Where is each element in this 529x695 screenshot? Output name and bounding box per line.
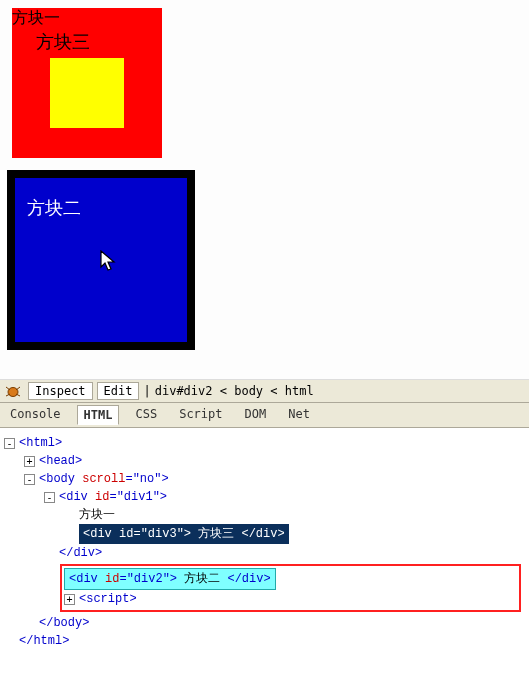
box-one[interactable]: 方块一 方块三 bbox=[12, 8, 162, 158]
equals: = bbox=[119, 572, 126, 586]
box-two-label: 方块二 bbox=[27, 198, 81, 218]
attr-div2-val: "div2" bbox=[127, 572, 170, 586]
attr-div3-val: "div3" bbox=[141, 527, 184, 541]
tag-html-end: </html> bbox=[19, 632, 69, 650]
inspect-button[interactable]: Inspect bbox=[28, 382, 93, 400]
tab-css[interactable]: CSS bbox=[129, 405, 163, 425]
tree-node-body-end[interactable]: </body> bbox=[4, 614, 527, 632]
tag-div2-close: </div> bbox=[227, 572, 270, 586]
tag-div2-open: <div bbox=[69, 572, 105, 586]
breadcrumb[interactable]: div#div2 < body < html bbox=[155, 384, 314, 398]
tag-head: <head> bbox=[39, 452, 82, 470]
attr-scroll-name: scroll bbox=[82, 472, 125, 486]
row-highlight-navy: <div id="div3"> 方块三 </div> bbox=[79, 524, 289, 544]
tab-net[interactable]: Net bbox=[282, 405, 316, 425]
tag-html-open: <html> bbox=[19, 434, 62, 452]
tag-close-bracket: > bbox=[160, 490, 167, 504]
tab-html[interactable]: HTML bbox=[77, 405, 120, 425]
tree-node-html[interactable]: - <html> bbox=[4, 434, 527, 452]
box-three-label: 方块三 bbox=[36, 30, 90, 54]
expander-icon[interactable]: - bbox=[44, 492, 55, 503]
tag-close-bracket: > bbox=[184, 527, 191, 541]
svg-point-0 bbox=[8, 388, 18, 397]
tree-node-div1-end[interactable]: </div> bbox=[4, 544, 527, 562]
tab-script[interactable]: Script bbox=[173, 405, 228, 425]
html-tree[interactable]: - <html> + <head> - <body scroll="no"> -… bbox=[0, 428, 529, 656]
equals: = bbox=[125, 472, 132, 486]
tree-node-html-end[interactable]: </html> bbox=[4, 632, 527, 650]
expander-icon[interactable]: + bbox=[64, 594, 75, 605]
tree-text-div1[interactable]: 方块一 bbox=[4, 506, 527, 524]
tag-body-end: </body> bbox=[39, 614, 89, 632]
attr-id-name: id bbox=[95, 490, 109, 504]
tree-node-div2[interactable]: <div id="div2"> 方块二 </div> bbox=[64, 568, 517, 590]
tree-node-body[interactable]: - <body scroll="no"> bbox=[4, 470, 527, 488]
equals: = bbox=[109, 490, 116, 504]
attr-div1-val: "div1" bbox=[117, 490, 160, 504]
expander-icon[interactable]: + bbox=[24, 456, 35, 467]
tree-node-div3[interactable]: <div id="div3"> 方块三 </div> bbox=[4, 524, 527, 544]
box-two[interactable]: 方块二 bbox=[7, 170, 195, 350]
toolbar-separator: | bbox=[143, 384, 150, 398]
attr-id-name: id bbox=[105, 572, 119, 586]
tag-close-bracket: > bbox=[170, 572, 177, 586]
tag-div1-end: </div> bbox=[59, 544, 102, 562]
edit-button[interactable]: Edit bbox=[97, 382, 140, 400]
tab-console[interactable]: Console bbox=[4, 405, 67, 425]
row-highlight-cyan: <div id="div2"> 方块二 </div> bbox=[64, 568, 276, 590]
selection-highlight: <div id="div2"> 方块二 </div> + <script> bbox=[60, 564, 521, 612]
tree-node-head[interactable]: + <head> bbox=[4, 452, 527, 470]
equals: = bbox=[133, 527, 140, 541]
tree-node-script[interactable]: + <script> bbox=[64, 590, 517, 608]
attr-id-name: id bbox=[119, 527, 133, 541]
tag-div3-open: <div bbox=[83, 527, 119, 541]
box-one-label: 方块一 bbox=[12, 9, 60, 26]
expander-icon[interactable]: - bbox=[24, 474, 35, 485]
tag-div1-open: <div bbox=[59, 490, 95, 504]
devtools-tabs: Console HTML CSS Script DOM Net bbox=[0, 403, 529, 428]
tree-node-div1[interactable]: - <div id="div1"> bbox=[4, 488, 527, 506]
devtools-toolbar: Inspect Edit | div#div2 < body < html bbox=[0, 380, 529, 403]
text-fangkuai3: 方块三 bbox=[191, 527, 241, 541]
text-fangkuai2: 方块二 bbox=[177, 572, 227, 586]
tag-div3-close: </div> bbox=[241, 527, 284, 541]
devtools-panel: Inspect Edit | div#div2 < body < html Co… bbox=[0, 380, 529, 656]
page-preview: 方块一 方块三 方块二 bbox=[0, 0, 529, 380]
expander-icon[interactable]: - bbox=[4, 438, 15, 449]
box-three[interactable] bbox=[50, 58, 124, 128]
tag-close-bracket: > bbox=[161, 472, 168, 486]
tag-script: <script> bbox=[79, 590, 137, 608]
attr-scroll-val: "no" bbox=[133, 472, 162, 486]
tab-dom[interactable]: DOM bbox=[239, 405, 273, 425]
tag-body-open: <body bbox=[39, 472, 82, 486]
firebug-icon[interactable] bbox=[4, 383, 22, 399]
text-fangkuai1: 方块一 bbox=[79, 506, 115, 524]
